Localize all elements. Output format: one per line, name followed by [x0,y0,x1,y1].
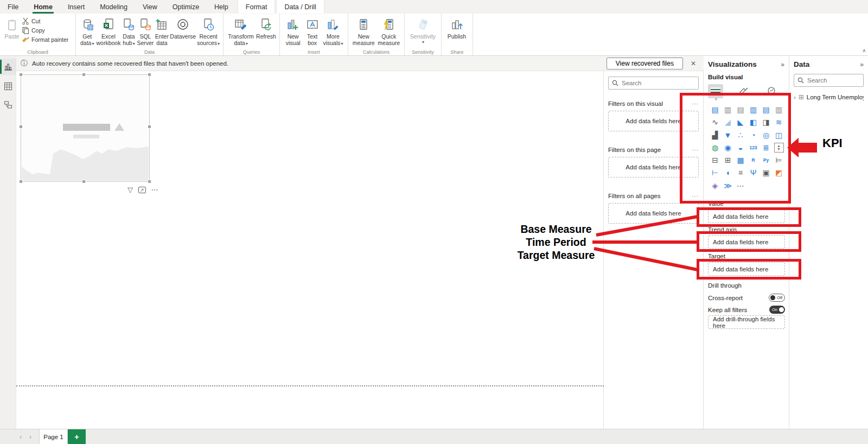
sql-server-button[interactable]: SQLServer [137,16,154,47]
target-well[interactable]: Add data fields here [708,262,785,276]
donut-chart-icon[interactable]: ◎ [761,130,771,140]
metrics-icon[interactable]: Ψ [749,168,758,177]
paste-button[interactable]: Paste [3,16,21,40]
next-page-icon[interactable]: › [29,433,31,441]
100-stacked-bar-chart-icon[interactable]: ▤ [761,105,771,115]
sensitivity-button[interactable]: Sensitivity ▾ [408,16,438,45]
format-visual-tab[interactable] [736,84,751,98]
focus-mode-icon[interactable]: ↗ [138,187,146,193]
new-visual-button[interactable]: Newvisual [283,16,303,47]
filled-map-icon[interactable]: ◉ [723,143,733,153]
previous-page-icon[interactable]: ‹ [20,433,22,441]
more-options-icon[interactable]: ··· [692,147,699,153]
collapse-ribbon-button[interactable]: ∧ [862,48,866,53]
table-view-button[interactable] [0,78,16,94]
smart-narrative-icon[interactable]: ≡ [736,168,745,177]
transform-data-button[interactable]: Transform data▾ [227,16,255,47]
line-and-stacked-column-chart-icon[interactable]: ◧ [749,117,758,127]
data-search-box[interactable] [794,74,864,87]
format-painter-button[interactable]: Format painter [22,36,68,43]
pie-chart-icon[interactable]: ◔ [749,130,758,140]
power-automate-icon[interactable]: ≫ [723,181,733,191]
multi-row-card-icon[interactable]: ≣ [761,143,771,153]
filters-search-box[interactable] [608,77,699,90]
resize-handle[interactable] [19,180,23,183]
map-icon[interactable]: ◍ [710,143,720,153]
resize-handle[interactable] [19,73,23,77]
filters-visual-dropzone[interactable]: Add data fields here [608,111,699,131]
more-options-icon[interactable]: ⋯ [151,186,158,194]
page-tab[interactable]: Page 1 [40,429,68,444]
decomposition-tree-icon[interactable]: ⊢ [710,168,720,177]
refresh-button[interactable]: Refresh [256,16,276,40]
stacked-bar-chart-icon[interactable]: ▤ [710,105,720,115]
recent-sources-button[interactable]: Recent sources▾ [197,16,220,47]
publish-button[interactable]: Publish [445,16,469,40]
tab-home[interactable]: Home [26,0,60,14]
dataverse-button[interactable]: Dataverse [170,16,196,40]
tab-file[interactable]: File [0,0,26,14]
filter-funnel-icon[interactable]: ▽ [127,186,133,194]
100-stacked-column-chart-icon[interactable]: ▥ [774,105,784,115]
analytics-tab[interactable] [764,84,780,98]
quick-measure-button[interactable]: Quickmeasure [377,16,401,47]
q-and-a-icon[interactable]: ◖ [723,168,733,177]
kpi-visual-placeholder[interactable] [21,74,150,182]
resize-handle[interactable] [148,125,151,129]
data-table-item[interactable]: › ⊞ Long Term Unemploym... [794,93,864,101]
line-chart-icon[interactable]: ∿ [710,117,720,127]
tab-help[interactable]: Help [207,0,236,14]
keep-all-filters-toggle[interactable]: On [769,306,785,314]
filters-all-pages-dropzone[interactable]: Add data fields here [608,203,699,224]
power-apps-icon[interactable]: ◈ [710,181,720,191]
table-icon[interactable]: ⊞ [723,155,733,165]
tab-modeling[interactable]: Modeling [92,0,135,14]
resize-handle[interactable] [82,180,86,183]
more-visual-options-icon[interactable]: ⋯ [736,181,745,191]
resize-handle[interactable] [148,73,151,77]
value-well[interactable]: Add data fields here [708,210,785,223]
collapse-pane-icon[interactable]: » [781,61,784,68]
treemap-icon[interactable]: ◫ [774,130,784,140]
stacked-column-chart-icon[interactable]: ▥ [723,105,733,115]
tab-format[interactable]: Format [238,0,275,14]
resize-handle[interactable] [19,125,23,129]
filters-page-dropzone[interactable]: Add data fields here [608,157,699,177]
r-script-visual-icon[interactable]: R [749,155,758,165]
tab-optimize[interactable]: Optimize [165,0,207,14]
clustered-bar-chart-icon[interactable]: ▤ [736,105,745,115]
resize-handle[interactable] [148,180,151,183]
model-view-button[interactable] [0,97,16,113]
excel-workbook-button[interactable]: Excelworkbook [96,16,120,47]
view-recovered-files-button[interactable]: View recovered files [607,58,683,69]
line-and-clustered-column-chart-icon[interactable]: ◨ [761,117,771,127]
more-options-icon[interactable]: ··· [692,193,699,199]
gauge-icon[interactable]: ◒ [736,143,745,153]
close-icon[interactable]: ✕ [687,60,699,67]
copy-button[interactable]: Copy [22,27,68,34]
arcgis-map-icon[interactable]: ◩ [774,168,784,177]
cross-report-toggle[interactable]: Off [769,294,785,302]
scatter-chart-icon[interactable]: ∴ [736,130,745,140]
funnel-chart-icon[interactable]: ▼ [723,130,733,140]
card-icon[interactable]: 123 [749,143,758,153]
enter-data-button[interactable]: Enterdata [155,16,169,47]
clustered-column-chart-icon[interactable]: ▥ [749,105,758,115]
new-measure-button[interactable]: Newmeasure [352,16,376,47]
drill-through-dropzone[interactable]: Add drill-through fields here [708,315,785,329]
report-view-button[interactable] [0,59,16,75]
ribbon-chart-icon[interactable]: ≋ [774,117,784,127]
matrix-icon[interactable]: ▦ [736,155,745,165]
expand-chevron-icon[interactable]: › [794,94,796,100]
collapse-pane-icon[interactable]: » [860,61,864,68]
tab-insert[interactable]: Insert [60,0,92,14]
text-box-button[interactable]: Textbox [304,16,321,47]
key-influencers-icon[interactable]: ⊨ [774,155,784,165]
resize-handle[interactable] [82,73,86,77]
trend-axis-well[interactable]: Add data fields here [708,235,785,249]
tab-data-drill[interactable]: Data / Drill [277,0,323,14]
tab-view[interactable]: View [135,0,165,14]
more-visuals-button[interactable]: More visuals▾ [322,16,344,47]
area-chart-icon[interactable]: ◢ [723,117,733,127]
kpi-icon[interactable]: ▲▼ [774,143,784,153]
